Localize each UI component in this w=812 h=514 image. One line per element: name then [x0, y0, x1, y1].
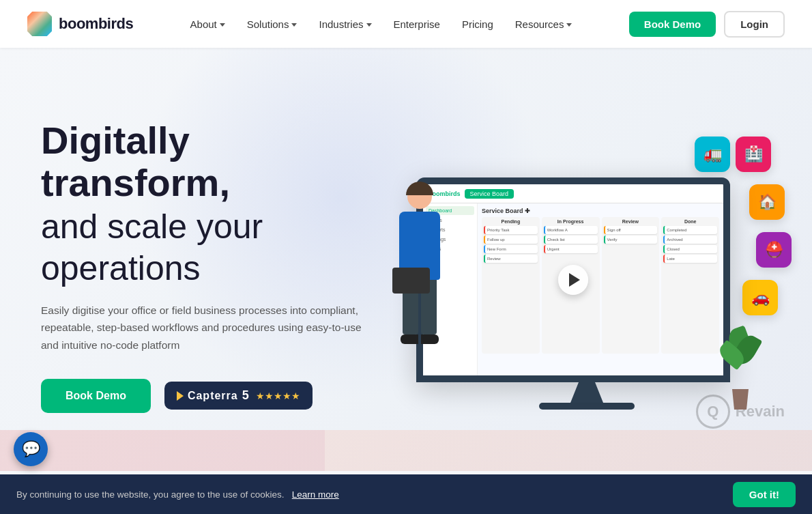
plant-leaves: [716, 328, 764, 389]
screen-main: Service Board ✚ Pending Priority Task Fo…: [478, 203, 723, 375]
capterra-badge[interactable]: Capterra 5 ★★★★★: [164, 382, 313, 410]
solutions-chevron-icon: [291, 23, 297, 27]
nav-enterprise[interactable]: Enterprise: [384, 13, 450, 35]
monitor: boombirds Service Board Dashboard Forms …: [416, 177, 757, 423]
kanban-card: Sign off: [604, 226, 658, 234]
screen-topbar: boombirds Service Board: [423, 184, 723, 203]
screen-kanban: Pending Priority Task Follow up New Form…: [482, 217, 719, 354]
cookie-banner: By continuing to use the website, you ag…: [0, 474, 812, 514]
kanban-card: Late: [663, 255, 717, 263]
nav-resources[interactable]: Resources: [506, 13, 582, 35]
navbar-right: Book Demo Login: [629, 11, 785, 38]
cookie-actions: Got it!: [733, 482, 796, 507]
kanban-col-done: Done Completed Archived Closed Late: [661, 217, 719, 354]
kanban-card: Review: [484, 255, 538, 263]
kanban-card: Workflow A: [544, 226, 598, 234]
hero-left: Digitally transform, and scale your oper…: [41, 119, 375, 412]
capterra-arrow-icon: [177, 391, 184, 401]
person-laptop: [392, 268, 430, 294]
hero-book-demo-button[interactable]: Book Demo: [41, 379, 151, 413]
play-triangle-icon: [569, 273, 580, 287]
hero-actions: Book Demo Capterra 5 ★★★★★: [41, 379, 375, 413]
bottom-decorative-band: [0, 430, 812, 471]
person-foot-left: [401, 334, 418, 344]
person-head: [407, 184, 432, 209]
screen-tab-active: Service Board: [465, 189, 514, 199]
nav-industries[interactable]: Industries: [309, 13, 381, 35]
cookie-text: By continuing to use the website, you ag…: [16, 489, 339, 500]
resources-chevron-icon: [566, 23, 572, 27]
kanban-col-pending: Pending Priority Task Follow up New Form…: [482, 217, 540, 354]
plant-decoration: [716, 328, 764, 410]
hero-right: 🚛 🏥 🏠 ⛑️ 🚗 boombirds Service Board: [389, 109, 771, 423]
nav-pricing[interactable]: Pricing: [452, 13, 503, 35]
cookie-learn-more-link[interactable]: Learn more: [292, 489, 339, 500]
capterra-logo: Capterra 5: [177, 388, 249, 403]
kanban-card: Check list: [544, 235, 598, 244]
industries-chevron-icon: [366, 23, 372, 27]
kanban-card: Verify: [604, 235, 658, 244]
nav-about[interactable]: About: [181, 13, 235, 35]
kanban-card: Priority Task: [484, 226, 538, 234]
login-button[interactable]: Login: [724, 11, 785, 38]
kanban-card: Archived: [663, 235, 717, 244]
person-illustration: [375, 184, 464, 403]
plant-pot: [730, 389, 751, 410]
nav-links: About Solutions Industries Enterprise Pr…: [181, 13, 582, 35]
monitor-screen-inner: boombirds Service Board Dashboard Forms …: [423, 184, 723, 375]
hero-heading: Digitally transform, and scale your oper…: [41, 119, 375, 287]
logo-icon: [27, 12, 52, 36]
person-foot-right: [421, 334, 439, 344]
play-button[interactable]: [558, 265, 588, 295]
kanban-col-review: Review Sign off Verify: [602, 217, 660, 354]
book-demo-button[interactable]: Book Demo: [629, 12, 716, 37]
cookie-got-it-button[interactable]: Got it!: [733, 482, 796, 507]
navbar: boombirds About Solutions Industries Ent…: [0, 0, 812, 48]
hero-section: Digitally transform, and scale your oper…: [0, 48, 812, 471]
float-icon-helmet: ⛑️: [756, 232, 792, 268]
capterra-stars: ★★★★★: [256, 390, 300, 401]
float-icon-truck: 🚛: [695, 137, 730, 172]
kanban-card: Completed: [663, 226, 717, 234]
about-chevron-icon: [220, 23, 225, 27]
screen-title: Service Board ✚: [482, 208, 719, 214]
chat-icon: 💬: [22, 440, 40, 458]
kanban-card: Follow up: [484, 235, 538, 244]
monitor-stand: [566, 382, 607, 403]
logo-text: boombirds: [59, 15, 133, 33]
kanban-card: New Form: [484, 245, 538, 253]
nav-solutions[interactable]: Solutions: [237, 13, 307, 35]
person-feet: [401, 334, 439, 344]
kanban-card: Urgent: [544, 245, 598, 253]
hero-subtitle: Easily digitise your office or field bus…: [41, 302, 375, 354]
navbar-left: boombirds: [27, 12, 133, 36]
chat-widget[interactable]: 💬: [14, 432, 48, 466]
person-body: [399, 212, 440, 280]
kanban-card: Closed: [663, 245, 717, 253]
monitor-base: [539, 403, 635, 410]
float-icon-heart: 🏥: [736, 137, 771, 172]
